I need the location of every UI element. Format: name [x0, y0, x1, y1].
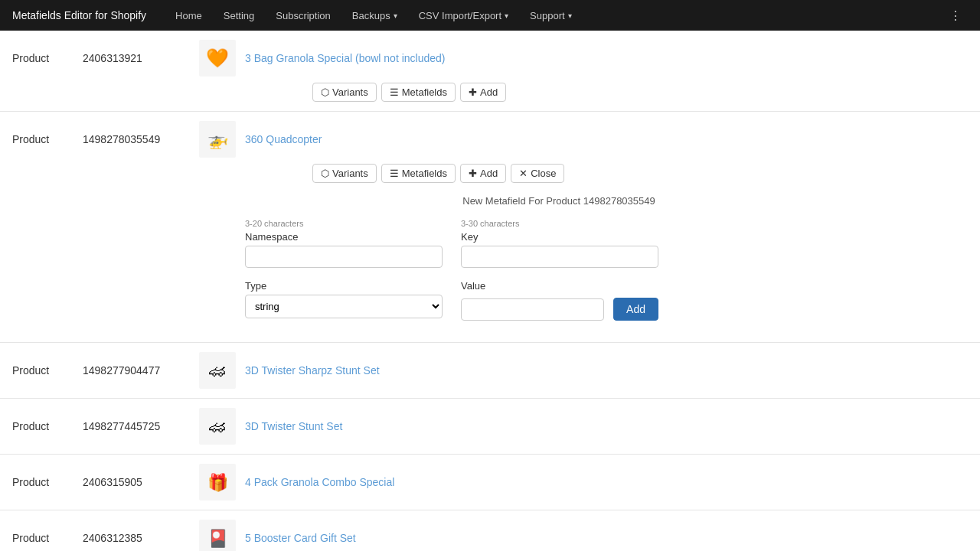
svg-text:🎴: 🎴	[207, 528, 229, 549]
product-link[interactable]: 3D Twister Sharpz Stunt Set	[245, 364, 380, 377]
product-id: 1498278035549	[83, 133, 190, 145]
product-actions: ⬡ Variants ☰ Metafields ✚ Add	[312, 83, 968, 102]
key-label: Key	[461, 231, 658, 243]
product-type-label: Product	[12, 133, 74, 145]
product-id: 2406313921	[83, 52, 190, 64]
product-image: 🏎	[199, 352, 236, 389]
product-actions: ⬡ Variants ☰ Metafields ✚ Add ✕ Close	[312, 164, 968, 183]
value-add-row: Add	[461, 298, 658, 321]
variants-icon: ⬡	[321, 168, 329, 179]
svg-text:🏎: 🏎	[209, 361, 226, 380]
metafields-button[interactable]: ☰ Metafields	[381, 83, 456, 102]
product-id: 2406312385	[83, 532, 190, 544]
product-link[interactable]: 4 Pack Granola Combo Special	[245, 476, 394, 488]
product-row-main: Product 1498278035549 🚁 360 Quadcopter	[12, 121, 968, 158]
key-input[interactable]	[461, 246, 658, 268]
product-row-main: Product 1498277445725 🏎 3D Twister Stunt…	[12, 408, 968, 445]
type-label: Type	[245, 280, 443, 292]
product-type-label: Product	[12, 532, 74, 544]
product-link[interactable]: 3 Bag Granola Special (bowl not included…	[245, 52, 446, 64]
type-select[interactable]: string integer json_string boolean	[245, 295, 443, 318]
table-row: Product 2406312385 🎴 5 Booster Card Gift…	[0, 510, 980, 551]
nav-links: Home Setting Subscription Backups ▾ CSV …	[165, 0, 943, 31]
csv-caret: ▾	[505, 11, 508, 20]
backups-caret: ▾	[394, 11, 397, 20]
product-thumbnail: 🧡	[199, 40, 236, 77]
value-group: Value Add	[461, 277, 658, 321]
svg-text:🧡: 🧡	[206, 47, 229, 69]
close-icon: ✕	[519, 168, 528, 179]
product-type-label: Product	[12, 364, 74, 377]
namespace-group: 3-20 characters Namespace	[245, 219, 443, 268]
key-hint: 3-30 characters	[461, 219, 658, 228]
product-row-main: Product 1498277904477 🏎 3D Twister Sharp…	[12, 352, 968, 389]
product-thumbnail: 🚁	[199, 121, 236, 158]
product-table: Product 2406313921 🧡 3 Bag Granola Speci…	[0, 31, 980, 551]
nav-subscription[interactable]: Subscription	[265, 0, 341, 31]
product-image: 🧡	[199, 40, 236, 77]
product-row-main: Product 2406312385 🎴 5 Booster Card Gift…	[12, 520, 968, 551]
product-thumbnail: 🏎	[199, 408, 236, 445]
nav-support[interactable]: Support ▾	[519, 0, 583, 31]
product-image: 🏎	[199, 408, 236, 445]
nav-home[interactable]: Home	[165, 0, 213, 31]
table-row: Product 2406315905 🎁 4 Pack Granola Comb…	[0, 455, 980, 510]
app-title: Metafields Editor for Shopify	[12, 9, 146, 21]
nav-csv[interactable]: CSV Import/Export ▾	[408, 0, 519, 31]
form-title: New Metafield For Product 1498278035549	[168, 195, 949, 207]
navbar: Metafields Editor for Shopify Home Setti…	[0, 0, 980, 31]
metafields-icon: ☰	[390, 168, 399, 179]
close-button[interactable]: ✕ Close	[511, 164, 564, 183]
product-link[interactable]: 3D Twister Stunt Set	[245, 420, 342, 432]
product-thumbnail: 🏎	[199, 352, 236, 389]
product-thumbnail: 🎴	[199, 520, 236, 551]
nav-setting[interactable]: Setting	[213, 0, 265, 31]
table-row: Product 1498277445725 🏎 3D Twister Stunt…	[0, 399, 980, 455]
namespace-hint: 3-20 characters	[245, 219, 443, 228]
variants-icon: ⬡	[321, 86, 329, 98]
add-icon: ✚	[469, 86, 477, 98]
metafields-button[interactable]: ☰ Metafields	[381, 164, 456, 183]
type-group: Type string integer json_string boolean	[245, 277, 443, 321]
table-row: Product 1498278035549 🚁 360 Quadcopter ⬡…	[0, 112, 980, 343]
product-link[interactable]: 5 Booster Card Gift Set	[245, 532, 356, 544]
metafield-form: New Metafield For Product 1498278035549 …	[227, 183, 968, 333]
form-grid: 3-20 characters Namespace 3-30 character…	[245, 219, 658, 321]
product-type-label: Product	[12, 52, 74, 64]
add-button[interactable]: ✚ Add	[460, 83, 506, 102]
navbar-menu-icon[interactable]: ⋮	[943, 8, 968, 23]
add-button[interactable]: ✚ Add	[460, 164, 506, 183]
product-thumbnail: 🎁	[199, 464, 236, 500]
product-type-label: Product	[12, 476, 74, 488]
nav-backups[interactable]: Backups ▾	[341, 0, 408, 31]
namespace-label: Namespace	[245, 231, 443, 243]
namespace-input[interactable]	[245, 246, 443, 268]
product-image: 🎁	[199, 464, 236, 500]
svg-text:🏎: 🏎	[209, 417, 226, 436]
support-caret: ▾	[568, 11, 572, 20]
table-row: Product 1498277904477 🏎 3D Twister Sharp…	[0, 343, 980, 399]
product-image: 🎴	[199, 520, 236, 551]
product-id: 1498277445725	[83, 420, 190, 432]
metafields-icon: ☰	[390, 86, 399, 98]
product-row-main: Product 2406313921 🧡 3 Bag Granola Speci…	[12, 40, 968, 77]
form-add-button[interactable]: Add	[613, 298, 658, 321]
value-label: Value	[461, 280, 658, 292]
navbar-right: ⋮	[943, 8, 968, 23]
variants-button[interactable]: ⬡ Variants	[312, 164, 377, 183]
value-input[interactable]	[461, 298, 604, 321]
product-type-label: Product	[12, 420, 74, 432]
product-row-main: Product 2406315905 🎁 4 Pack Granola Comb…	[12, 464, 968, 500]
product-image: 🚁	[199, 121, 236, 158]
product-link[interactable]: 360 Quadcopter	[245, 133, 322, 145]
table-row: Product 2406313921 🧡 3 Bag Granola Speci…	[0, 31, 980, 112]
add-icon: ✚	[469, 168, 477, 179]
svg-text:🎁: 🎁	[207, 472, 229, 493]
product-id: 2406315905	[83, 476, 190, 488]
product-id: 1498277904477	[83, 364, 190, 377]
variants-button[interactable]: ⬡ Variants	[312, 83, 377, 102]
svg-text:🚁: 🚁	[207, 129, 229, 150]
key-group: 3-30 characters Key	[461, 219, 658, 268]
